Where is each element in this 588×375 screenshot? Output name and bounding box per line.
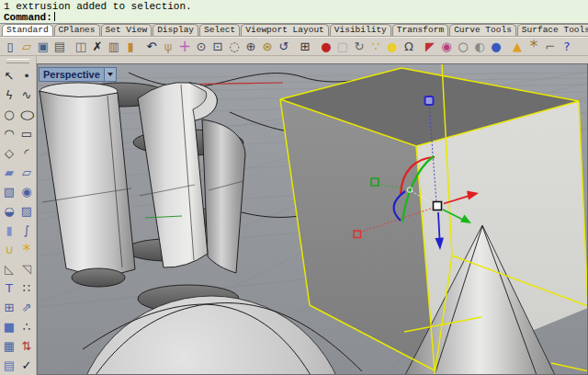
boolean-union-icon[interactable]: ∪ xyxy=(1,240,18,259)
check-objects-icon[interactable]: ✓ xyxy=(18,356,36,375)
zoom-dashed-icon[interactable]: ◌ xyxy=(226,38,243,55)
zoom-selected-icon[interactable]: ⊕ xyxy=(243,38,259,55)
lightbulb-icon[interactable]: ● xyxy=(384,38,401,55)
hidden-objects-icon[interactable]: ▢ xyxy=(334,38,351,55)
pan-hand-icon[interactable]: ψ xyxy=(160,38,176,55)
surface-3pt-icon[interactable]: ▱ xyxy=(18,163,36,182)
tab-cplanes[interactable]: CPlanes xyxy=(54,24,100,36)
rotate-circle-icon[interactable]: ↻ xyxy=(351,38,368,55)
command-area: 1 extrusion added to selection. Command: xyxy=(0,0,588,24)
gumball-center-handle xyxy=(434,202,442,210)
sidebar-grip[interactable] xyxy=(6,59,29,63)
shaded-sphere-icon[interactable]: ◐ xyxy=(471,38,488,55)
ellipse-icon[interactable]: ○ xyxy=(14,105,37,124)
command-prompt-label: Command: xyxy=(4,12,52,23)
viewport-title-label: Perspective xyxy=(43,69,100,80)
help-icon[interactable]: ? xyxy=(559,38,575,55)
move-view-icon[interactable]: + xyxy=(176,38,193,55)
viewport-container: Perspective xyxy=(37,56,588,375)
tab-set-view[interactable]: Set View xyxy=(101,24,153,36)
trim-icon[interactable]: ◺ xyxy=(1,259,18,278)
zoom-extents-icon[interactable]: ⊛ xyxy=(259,38,276,55)
export-page-icon[interactable]: ◫ xyxy=(73,38,89,55)
new-document-icon[interactable]: ▯ xyxy=(2,38,18,55)
tab-standard[interactable]: Standard xyxy=(2,24,53,36)
tab-curve-tools[interactable]: Curve Tools xyxy=(449,24,516,36)
undo-view-icon[interactable]: ↺ xyxy=(276,38,292,55)
cylinder-disk-icon[interactable]: ◒ xyxy=(1,201,18,221)
extend-surface-icon[interactable]: ⇗ xyxy=(18,298,36,317)
polygon-icon[interactable]: ◇ xyxy=(1,143,18,163)
paste-icon[interactable]: ▮ xyxy=(122,38,139,55)
cut-icon[interactable]: ✗ xyxy=(89,38,106,55)
polyline-icon[interactable]: ϟ xyxy=(1,85,18,105)
cplane-tool-icon[interactable]: ⌐ xyxy=(542,38,559,55)
toolbar-tab-bar: StandardCPlanesSet ViewDisplaySelectView… xyxy=(0,24,588,37)
sidebar-icon-grid: ↖•ϟ∿○○◠▭◇◜▰▱▧◉◒▨▮∫∪*◺◹T∷⊞⇗■∴▦⇅▤✓ xyxy=(0,66,36,375)
wireframe-sphere-icon[interactable]: ○ xyxy=(455,38,471,55)
viewport-title-dropdown[interactable] xyxy=(104,68,116,81)
block-icon[interactable]: ⊞ xyxy=(1,298,18,317)
cylinder-icon[interactable]: ▮ xyxy=(1,221,18,240)
split-icon[interactable]: ◹ xyxy=(18,259,36,278)
tab-select[interactable]: Select xyxy=(199,24,240,36)
standard-toolbar: ▯▱▣▤◫✗▥▮↶ψ+⊙⊡◌⊕⊛↺⊞●▢↻∵●Ω◤◉○◐●▲*⌐? xyxy=(0,37,588,56)
layer-lights-icon[interactable]: ∵ xyxy=(368,38,384,55)
print-icon[interactable]: ▤ xyxy=(51,38,68,55)
edit-points-icon[interactable]: ∷ xyxy=(18,278,36,298)
notes-icon[interactable]: ▤ xyxy=(1,356,18,375)
arc-icon[interactable]: ◠ xyxy=(1,124,18,143)
point-icon[interactable]: • xyxy=(18,66,36,85)
rhino-window: 1 extrusion added to selection. Command:… xyxy=(0,0,588,375)
open-folder-icon[interactable]: ▱ xyxy=(18,38,35,55)
rendered-sphere-icon[interactable]: ● xyxy=(488,38,504,55)
select-arrow-icon[interactable]: ↖ xyxy=(1,66,18,85)
color-wheel-icon[interactable]: ◉ xyxy=(438,38,455,55)
sphere-icon[interactable]: ◉ xyxy=(18,182,36,201)
options-gear-icon[interactable]: * xyxy=(526,38,542,55)
render-cone-icon[interactable]: ▲ xyxy=(509,38,526,55)
loft-surface-icon[interactable]: ▰ xyxy=(1,163,18,182)
interpolate-curve-icon[interactable]: ∿ xyxy=(18,85,36,105)
main-sidebar: ↖•ϟ∿○○◠▭◇◜▰▱▧◉◒▨▮∫∪*◺◹T∷⊞⇗■∴▦⇅▤✓ xyxy=(0,56,37,375)
zoom-dynamic-icon[interactable]: ⊙ xyxy=(193,38,209,55)
conic-icon[interactable]: ◜ xyxy=(18,143,36,163)
display-flag-icon[interactable]: ◤ xyxy=(422,38,438,55)
lock-icon[interactable]: Ω xyxy=(401,38,417,55)
copy-icon[interactable]: ▥ xyxy=(106,38,122,55)
render-car-icon[interactable]: ● xyxy=(318,38,334,55)
text-icon[interactable]: T xyxy=(1,278,18,298)
tab-surface-tools[interactable]: Surface Tools xyxy=(517,24,588,36)
zoom-window-icon[interactable]: ⊡ xyxy=(209,38,226,55)
array-vertical-icon[interactable]: ⇅ xyxy=(18,336,36,356)
gumball-z-handle xyxy=(425,97,434,105)
array-icon[interactable]: ▦ xyxy=(1,336,18,356)
undo-icon[interactable]: ↶ xyxy=(143,38,160,55)
chevron-down-icon xyxy=(107,73,113,76)
box-icon[interactable]: ▧ xyxy=(1,182,18,201)
tab-transform[interactable]: Transform xyxy=(392,24,448,36)
explode-icon[interactable]: * xyxy=(18,240,36,259)
viewport-layout-icon[interactable]: ⊞ xyxy=(297,38,313,55)
twist-surface-icon[interactable]: ∫ xyxy=(18,221,36,240)
tab-visibility[interactable]: Visibility xyxy=(330,24,391,36)
text-caret xyxy=(54,12,55,21)
save-icon[interactable]: ▣ xyxy=(35,38,51,55)
command-history-line: 1 extrusion added to selection. xyxy=(4,1,584,12)
viewport-title[interactable]: Perspective xyxy=(39,67,117,82)
tab-viewport-layout[interactable]: Viewport Layout xyxy=(241,24,329,36)
tab-display[interactable]: Display xyxy=(153,24,198,36)
viewport-perspective-canvas[interactable] xyxy=(37,63,588,375)
solid-union-icon[interactable]: ■ xyxy=(1,317,18,336)
patch-surface-icon[interactable]: ▨ xyxy=(18,201,36,221)
points-from-object-icon[interactable]: ∴ xyxy=(18,317,36,336)
command-input[interactable]: Command: xyxy=(4,12,584,24)
rectangle-icon[interactable]: ▭ xyxy=(18,124,36,143)
